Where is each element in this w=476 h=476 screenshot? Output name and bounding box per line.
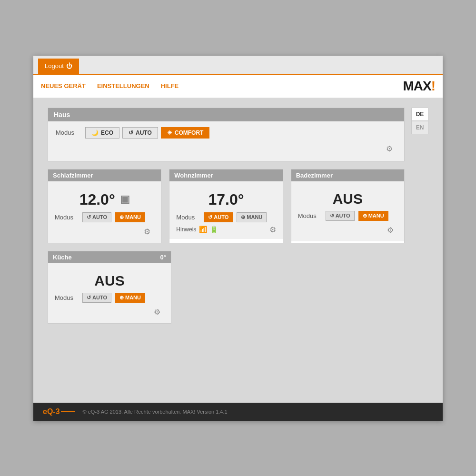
- manu-icon: ⊕: [363, 213, 367, 219]
- room-card-schlafzimmer: Schlafzimmer 12.0° ▣ Modus ↺ AUTO: [48, 169, 161, 243]
- haus-auto-button[interactable]: ↺ AUTO: [122, 127, 158, 139]
- schlafzimmer-modus-row: Modus ↺ AUTO ⊕ MANU: [55, 212, 154, 222]
- wifi-icon: 📶: [199, 226, 207, 233]
- nav-bar: NEUES GERÄT EINSTELLUNGEN HILFE MAX!: [33, 75, 443, 98]
- battery-icon: 🔋: [210, 226, 218, 233]
- manu-icon: ⊕: [241, 214, 245, 220]
- kuche-gear-row: ⚙: [55, 306, 164, 318]
- nav-links: NEUES GERÄT EINSTELLUNGEN HILFE: [41, 82, 178, 89]
- auto-icon: ↺: [87, 214, 91, 220]
- footer-brand: eQ-3: [43, 407, 75, 416]
- wohnzimmer-body: 17.0° Modus ↺ AUTO ⊕ MANU: [169, 181, 282, 239]
- wohnzimmer-modus-label: Modus: [176, 214, 200, 221]
- auto-icon: ↺: [208, 214, 212, 220]
- manu-icon: ⊕: [119, 214, 124, 220]
- language-selector: DE EN: [411, 108, 428, 134]
- room-card-wohnzimmer: Wohnzimmer 17.0° Modus ↺ AUTO: [169, 169, 283, 243]
- schlafzimmer-body: 12.0° ▣ Modus ↺ AUTO ⊕ MANU: [48, 181, 161, 243]
- schlafzimmer-temp: 12.0° ▣: [55, 186, 154, 212]
- nav-hilfe[interactable]: HILFE: [161, 82, 179, 89]
- auto-icon: ↺: [129, 129, 133, 136]
- badezimmer-title: Badezimmer: [296, 172, 333, 179]
- wohnzimmer-modus-row: Modus ↺ AUTO ⊕ MANU: [176, 212, 276, 222]
- haus-mode-buttons: 🌙 ECO ↺ AUTO ☀ COMFORT: [85, 127, 209, 139]
- wohnzimmer-manu-button[interactable]: ⊕ MANU: [237, 212, 267, 222]
- kuche-header: Küche 0°: [48, 251, 171, 263]
- wohnzimmer-title: Wohnzimmer: [174, 172, 213, 179]
- room-card-kuche: Küche 0° AUS Modus ↺ AUTO ⊕: [48, 251, 171, 324]
- haus-panel-body: Modus 🌙 ECO ↺ AUTO: [48, 121, 404, 161]
- lang-de-button[interactable]: DE: [411, 108, 428, 121]
- kuche-manu-button[interactable]: ⊕ MANU: [115, 293, 145, 303]
- haus-comfort-button[interactable]: ☀ COMFORT: [161, 127, 210, 139]
- badezimmer-settings-icon[interactable]: ⚙: [387, 226, 394, 235]
- main-content: DE EN Haus Modus 🌙 EC: [33, 98, 443, 403]
- haus-modus-label: Modus: [56, 129, 79, 136]
- kuche-modus-row: Modus ↺ AUTO ⊕ MANU: [55, 293, 164, 303]
- kuche-temp-label: 0°: [160, 254, 166, 261]
- eco-icon: 🌙: [91, 129, 99, 136]
- manu-icon: ⊕: [119, 295, 124, 301]
- badezimmer-modus-row: Modus ↺ AUTO ⊕ MANU: [298, 211, 397, 221]
- comfort-icon: ☀: [167, 129, 172, 136]
- kuche-area: Küche 0° AUS Modus ↺ AUTO ⊕: [48, 251, 405, 324]
- auto-icon: ↺: [87, 295, 91, 301]
- schlafzimmer-settings-icon[interactable]: ⚙: [144, 227, 150, 236]
- auto-icon: ↺: [330, 213, 334, 219]
- kuche-title: Küche: [53, 254, 72, 261]
- kuche-temp: AUS: [55, 268, 164, 293]
- kuche-auto-button[interactable]: ↺ AUTO: [82, 293, 111, 303]
- room-card-badezimmer: Badezimmer AUS Modus ↺ AUTO ⊕ MANU: [291, 169, 405, 243]
- nav-einstellungen[interactable]: EINSTELLUNGEN: [97, 82, 149, 89]
- kuche-settings-icon[interactable]: ⚙: [154, 307, 160, 317]
- haus-eco-button[interactable]: 🌙 ECO: [85, 127, 119, 139]
- brand-logo: MAX!: [403, 79, 435, 94]
- haus-panel: Haus Modus 🌙 ECO ↺: [48, 108, 405, 161]
- badezimmer-auto-button[interactable]: ↺ AUTO: [326, 211, 355, 221]
- footer-copyright: © eQ-3 AG 2013. Alle Rechte vorbehalten.…: [83, 409, 228, 415]
- schlafzimmer-title: Schlafzimmer: [53, 172, 93, 179]
- kuche-body: AUS Modus ↺ AUTO ⊕ MANU: [48, 263, 171, 323]
- kuche-modus-label: Modus: [55, 294, 79, 301]
- logout-label: Logout: [45, 62, 64, 69]
- haus-modus-row: Modus 🌙 ECO ↺ AUTO: [56, 127, 397, 139]
- wohnzimmer-header: Wohnzimmer: [169, 169, 282, 181]
- badezimmer-body: AUS Modus ↺ AUTO ⊕ MANU: [291, 181, 404, 241]
- nav-neues-geraet[interactable]: NEUES GERÄT: [41, 82, 86, 89]
- badezimmer-modus-label: Modus: [298, 212, 322, 219]
- badezimmer-gear-row: ⚙: [298, 224, 397, 237]
- haus-settings-icon[interactable]: ⚙: [386, 144, 393, 153]
- wohnzimmer-auto-button[interactable]: ↺ AUTO: [204, 212, 233, 222]
- radiator-icon: ▣: [120, 193, 130, 206]
- rooms-grid: Schlafzimmer 12.0° ▣ Modus ↺ AUTO: [48, 169, 405, 243]
- wohnzimmer-hint-row: Hinweis 📶 🔋 ⚙: [176, 225, 276, 234]
- hinweis-label: Hinweis: [176, 226, 196, 233]
- logout-button[interactable]: Logout ⏻: [38, 59, 79, 74]
- badezimmer-manu-button[interactable]: ⊕ MANU: [358, 211, 388, 221]
- haus-panel-header: Haus: [48, 108, 404, 121]
- footer: eQ-3 © eQ-3 AG 2013. Alle Rechte vorbeha…: [33, 403, 443, 421]
- haus-gear-row: ⚙: [56, 142, 397, 155]
- wohnzimmer-settings-icon[interactable]: ⚙: [269, 225, 276, 234]
- schlafzimmer-manu-button[interactable]: ⊕ MANU: [115, 212, 145, 222]
- power-icon: ⏻: [66, 62, 72, 69]
- schlafzimmer-auto-button[interactable]: ↺ AUTO: [82, 212, 111, 222]
- schlafzimmer-header: Schlafzimmer: [48, 169, 161, 181]
- schlafzimmer-modus-label: Modus: [55, 214, 79, 221]
- schlafzimmer-gear-row: ⚙: [55, 225, 154, 238]
- wohnzimmer-temp: 17.0°: [176, 186, 276, 212]
- badezimmer-header: Badezimmer: [291, 169, 404, 181]
- badezimmer-temp: AUS: [298, 186, 397, 211]
- lang-en-button[interactable]: EN: [411, 121, 428, 134]
